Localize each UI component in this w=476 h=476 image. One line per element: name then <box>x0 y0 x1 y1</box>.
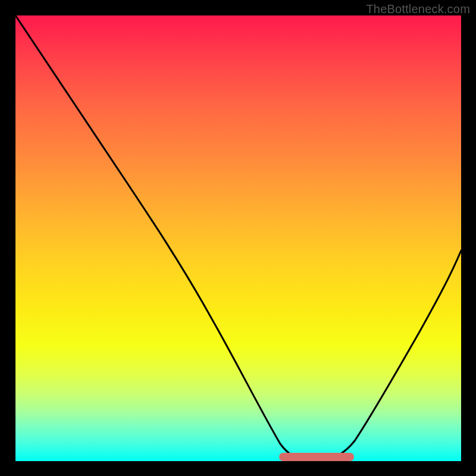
bottleneck-curve <box>15 15 461 461</box>
plot-area <box>15 15 461 461</box>
watermark-text: TheBottleneck.com <box>366 2 470 16</box>
optimal-range-highlight <box>279 453 354 461</box>
curve-svg <box>15 15 461 461</box>
